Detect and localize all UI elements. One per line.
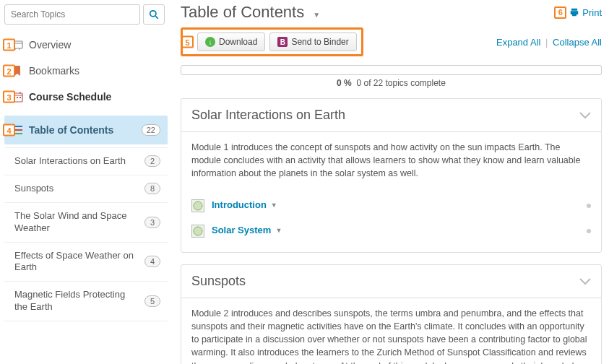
expand-all-link[interactable]: Expand All bbox=[496, 37, 540, 48]
toc-item[interactable]: The Solar Wind and Space Weather3 bbox=[4, 203, 168, 243]
callout-4: 4 bbox=[3, 124, 15, 136]
svg-rect-12 bbox=[20, 97, 21, 98]
module-description: Module 2 introduces and describes sunspo… bbox=[191, 307, 591, 364]
callout-5: 5 bbox=[181, 36, 194, 48]
topic-link[interactable]: Solar System bbox=[212, 224, 271, 238]
svg-line-1 bbox=[155, 16, 158, 19]
binder-icon: B bbox=[277, 37, 288, 47]
chevron-down-icon[interactable]: ▼ bbox=[275, 226, 282, 235]
status-dot bbox=[587, 204, 591, 208]
svg-rect-11 bbox=[17, 97, 18, 98]
collapse-icon[interactable] bbox=[579, 278, 591, 285]
action-box: 5 ↓ Download B Send to Binder bbox=[181, 27, 363, 56]
progress-bar bbox=[181, 65, 602, 75]
module-title[interactable]: Solar Interactions on Earth bbox=[191, 108, 345, 123]
callout-6: 6 bbox=[554, 6, 566, 19]
callout-1: 1 bbox=[3, 39, 15, 51]
toc-item[interactable]: Sunspots8 bbox=[4, 176, 168, 203]
chevron-down-icon[interactable]: ▼ bbox=[271, 201, 277, 210]
print-icon bbox=[569, 7, 579, 17]
nav-schedule-label: Course Schedule bbox=[29, 91, 111, 103]
toc-item[interactable]: Magnetic Fields Protecting the Earth5 bbox=[4, 282, 168, 321]
nav-bookmarks[interactable]: 2 Bookmarks bbox=[4, 58, 168, 84]
progress-text: 0 % 0 of 22 topics complete bbox=[181, 78, 602, 88]
nav-course-schedule[interactable]: 3 Course Schedule bbox=[4, 84, 168, 110]
sidebar: 1 Overview 2 Bookmarks 3 Course Schedule… bbox=[0, 0, 168, 364]
topic-row[interactable]: Solar System ▼ bbox=[191, 218, 591, 243]
print-button[interactable]: Print bbox=[569, 7, 602, 18]
topic-row[interactable]: Introduction ▼ bbox=[191, 193, 591, 218]
collapse-all-link[interactable]: Collapse All bbox=[553, 37, 602, 48]
callout-2: 2 bbox=[3, 65, 15, 77]
module-title[interactable]: Sunspots bbox=[191, 274, 246, 289]
page-title[interactable]: Table of Contents ▼ bbox=[181, 3, 320, 22]
topic-link[interactable]: Introduction bbox=[212, 199, 267, 212]
svg-point-20 bbox=[194, 227, 202, 235]
main-content: Table of Contents ▼ 6 Print 5 ↓ Download bbox=[168, 0, 609, 364]
svg-point-19 bbox=[194, 202, 202, 210]
download-icon: ↓ bbox=[205, 37, 215, 47]
search-input[interactable] bbox=[4, 4, 140, 25]
nav-overview-label: Overview bbox=[29, 39, 71, 51]
page-icon bbox=[191, 199, 204, 212]
page-icon bbox=[191, 225, 204, 238]
toc-list: Solar Interactions on Earth2 Sunspots8 T… bbox=[4, 147, 168, 321]
toc-item[interactable]: Effects of Space Weather on Earth4 bbox=[4, 243, 168, 282]
send-to-binder-button[interactable]: B Send to Binder bbox=[269, 32, 356, 51]
module-description: Module 1 introduces the concept of sunsp… bbox=[191, 141, 591, 180]
nav-toc-label: Table of Contents bbox=[29, 124, 113, 136]
download-button[interactable]: ↓ Download bbox=[197, 32, 265, 51]
toc-item[interactable]: Solar Interactions on Earth2 bbox=[4, 147, 168, 176]
nav-toc[interactable]: 4 Table of Contents 22 bbox=[4, 116, 168, 144]
module-card: Sunspots Module 2 introduces and describ… bbox=[181, 264, 602, 364]
toc-count-badge: 22 bbox=[142, 124, 160, 136]
nav-overview[interactable]: 1 Overview bbox=[4, 32, 168, 58]
collapse-icon[interactable] bbox=[579, 112, 591, 119]
search-icon bbox=[149, 9, 159, 20]
status-dot bbox=[587, 229, 591, 233]
svg-point-0 bbox=[150, 11, 156, 17]
module-card: Solar Interactions on Earth Module 1 int… bbox=[181, 98, 602, 253]
chevron-down-icon: ▼ bbox=[313, 11, 320, 19]
callout-3: 3 bbox=[3, 91, 15, 103]
search-button[interactable] bbox=[143, 4, 165, 25]
nav-bookmarks-label: Bookmarks bbox=[29, 65, 79, 77]
